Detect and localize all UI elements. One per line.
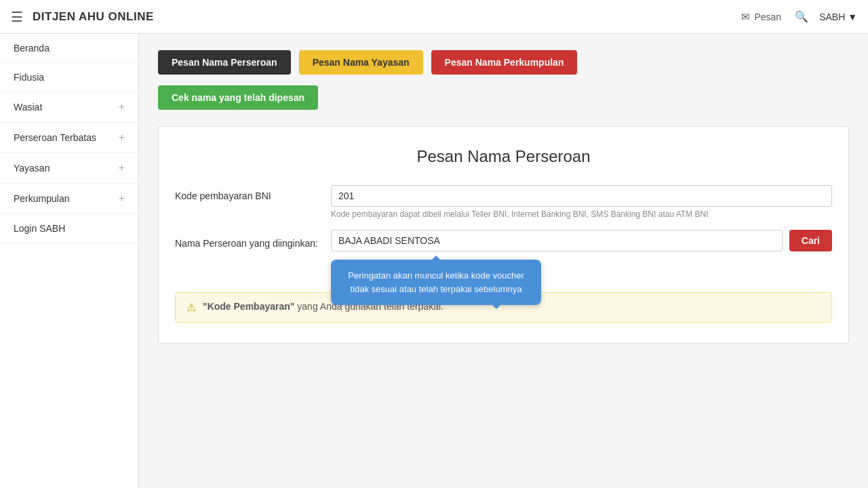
sidebar-label-wasiat: Wasiat: [14, 102, 42, 113]
pesan-perkumpulan-button[interactable]: Pesan Nama Perkumpulan: [431, 50, 578, 75]
sidebar-label-login-sabh: Login SABH: [14, 223, 65, 234]
kode-input[interactable]: [331, 185, 832, 207]
kode-hint: Kode pembayaran dapat dibeli melalui Tel…: [331, 209, 832, 219]
sidebar: Beranda Fidusia Wasiat + Perseroan Terba…: [0, 34, 139, 488]
pesan-label: Pesan: [754, 12, 781, 22]
header: ☰ DITJEN AHU ONLINE ✉ Pesan 🔍 SABH ▼: [0, 0, 868, 34]
tooltip-bubble: Peringatan akan muncul ketika kode vouch…: [331, 260, 541, 305]
sidebar-label-fidusia: Fidusia: [14, 72, 44, 83]
warning-icon: ⚠: [186, 301, 196, 314]
envelope-icon: ✉: [741, 11, 750, 23]
nama-input-wrap: Cari Peringatan akan muncul ketika kode …: [331, 230, 832, 251]
sidebar-item-beranda[interactable]: Beranda: [0, 34, 138, 63]
sidebar-item-login-sabh[interactable]: Login SABH: [0, 214, 138, 243]
sidebar-label-perkumpulan: Perkumpulan: [14, 193, 70, 204]
search-icon[interactable]: 🔍: [795, 10, 808, 23]
cari-button[interactable]: Cari: [789, 230, 832, 251]
expand-icon-perkumpulan: +: [119, 192, 125, 205]
alert-bold-text: "Kode Pembayaran": [203, 301, 294, 312]
expand-icon-yayasan: +: [119, 162, 125, 174]
expand-icon-perseroan-terbatas: +: [119, 131, 125, 144]
pesan-yayasan-button[interactable]: Pesan Nama Yayasan: [299, 50, 423, 75]
sidebar-item-wasiat[interactable]: Wasiat +: [0, 92, 138, 123]
sidebar-item-perkumpulan[interactable]: Perkumpulan +: [0, 184, 138, 214]
user-menu[interactable]: SABH ▼: [819, 12, 857, 22]
sidebar-item-fidusia[interactable]: Fidusia: [0, 63, 138, 92]
layout: Beranda Fidusia Wasiat + Perseroan Terba…: [0, 34, 868, 488]
sidebar-item-perseroan-terbatas[interactable]: Perseroan Terbatas +: [0, 123, 138, 153]
nama-input[interactable]: [331, 230, 783, 251]
expand-icon-wasiat: +: [119, 101, 125, 113]
button-row: Pesan Nama Perseroan Pesan Nama Yayasan …: [158, 50, 849, 75]
sidebar-label-perseroan-terbatas: Perseroan Terbatas: [14, 132, 96, 143]
menu-icon[interactable]: ☰: [11, 9, 23, 25]
cek-nama-button[interactable]: Cek nama yang telah dipesan: [158, 85, 318, 110]
app-title: DITJEN AHU ONLINE: [33, 10, 741, 24]
form-title: Pesan Nama Perseroan: [175, 147, 832, 166]
header-right: 🔍 SABH ▼: [795, 10, 857, 23]
pesan-perseroan-button[interactable]: Pesan Nama Perseroan: [158, 50, 291, 75]
kode-input-wrap: Kode pembayaran dapat dibeli melalui Tel…: [331, 185, 832, 219]
cek-nama-row: Cek nama yang telah dipesan: [158, 85, 849, 110]
pesan-nav[interactable]: ✉ Pesan: [741, 11, 781, 23]
sidebar-label-beranda: Beranda: [14, 43, 50, 54]
kode-row: Kode pembayaran BNI Kode pembayaran dapa…: [175, 185, 832, 219]
sidebar-item-yayasan[interactable]: Yayasan +: [0, 153, 138, 184]
nama-row: Nama Perseroan yang diinginkan: Cari Per…: [175, 230, 832, 251]
main-content: Pesan Nama Perseroan Pesan Nama Yayasan …: [139, 34, 868, 488]
sidebar-label-yayasan: Yayasan: [14, 163, 50, 174]
kode-label: Kode pembayaran BNI: [175, 185, 324, 201]
form-section: Pesan Nama Perseroan Kode pembayaran BNI…: [158, 126, 849, 344]
nama-label: Nama Perseroan yang diinginkan:: [175, 232, 324, 249]
